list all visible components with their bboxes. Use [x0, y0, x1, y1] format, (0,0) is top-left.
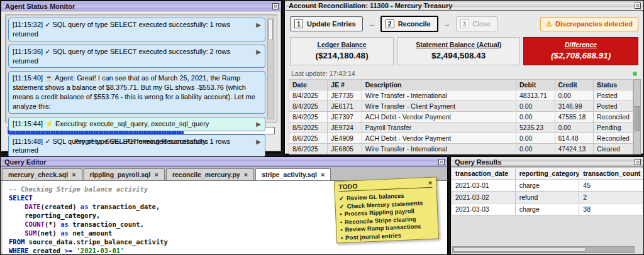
code-token: DATE — [25, 203, 40, 210]
log-entry[interactable]: [11:15:32] ✓ SQL query of type SELECT ex… — [8, 18, 265, 41]
table-cell: 8/6/2025 — [289, 144, 328, 155]
code-token: created — [29, 247, 65, 254]
tab-rippling_payroll-sql[interactable]: rippling_payroll.sql× — [84, 168, 165, 180]
table-cell: Wire Transfer - International — [362, 90, 516, 101]
query-editor-titlebar[interactable]: Query Editor — [1, 157, 447, 167]
play-icon[interactable]: ▶ — [256, 20, 261, 30]
table-cell: 0.00 — [516, 112, 555, 122]
close-icon[interactable]: × — [428, 179, 432, 187]
table-cell: 8/4/2025 — [289, 101, 328, 112]
balance-label: Statement Balance (Actual) — [400, 41, 517, 48]
balance-value: ($214,180.48) — [293, 51, 391, 60]
tab-mercury_check-sql[interactable]: mercury_check.sql× — [2, 168, 82, 180]
table-cell: 48313.71 — [516, 90, 555, 101]
scrollbar-thumb[interactable] — [269, 19, 273, 40]
play-icon[interactable]: ▶ — [256, 119, 261, 129]
table-cell: 2021-03-02 — [452, 192, 516, 203]
alert-label: Discrepancies detected — [555, 20, 633, 28]
column-header: reporting_category — [515, 168, 579, 180]
log-entry-text: [11:15:32] ✓ SQL query of type SELECT ex… — [13, 20, 256, 39]
reconciliation-titlebar[interactable]: Account Reconciliation: 11300 - Mercury … — [285, 1, 643, 11]
log-vertical-scrollbar[interactable] — [267, 18, 274, 119]
log-entry[interactable]: [11:15:40] ☕ Agent: Great! I can see tha… — [8, 71, 265, 113]
table-row[interactable]: 8/4/2025JE7735Wire Transfer - Internatio… — [289, 90, 633, 101]
tab-stripe_activity-sql[interactable]: stripe_activity.sql× — [255, 168, 331, 180]
table-cell: JE4909 — [328, 133, 362, 144]
check-mark-icon: ✓ — [339, 195, 345, 203]
code-token: FROM — [9, 238, 25, 246]
step-number: 1 — [294, 19, 303, 28]
log-entry-text: [11:15:44] ⚡ Executing: execute_sql_quer… — [13, 119, 256, 129]
code-token: as — [60, 229, 69, 237]
table-cell: charge — [515, 203, 579, 215]
balance-value: ($2,708,688.91) — [526, 51, 635, 60]
last-update-text: Last update: 17:43:14 — [291, 70, 355, 77]
code-token — [9, 203, 25, 210]
scrollbar-thumb[interactable] — [635, 106, 640, 131]
table-row[interactable]: 2021-03-01charge45 — [452, 180, 643, 192]
close-icon[interactable]: × — [154, 171, 158, 178]
play-icon[interactable]: ▶ — [256, 47, 261, 57]
tab-label: mercury_check.sql — [8, 171, 68, 178]
todo-item-label: Post journal entries — [345, 232, 401, 242]
bullet-icon: • — [340, 226, 343, 234]
journal-entries-table-wrap: DateJE #DescriptionDebitCreditStatus 8/4… — [289, 79, 641, 155]
query-results-table: transaction_datereporting_categorytransa… — [451, 167, 643, 215]
table-cell: 2021-03-03 — [452, 203, 516, 215]
step-button-update-entries[interactable]: 1Update Entries — [290, 16, 363, 31]
table-cell: Wire Transfer - International — [362, 144, 516, 155]
todo-item-list: ✓Review GL balances✓Check Mercury statem… — [339, 191, 435, 242]
query-results-titlebar[interactable]: Query Results — [451, 157, 643, 167]
table-row[interactable]: 8/4/2025JE6171Wire Transfer - Client Pay… — [289, 101, 633, 112]
agent-monitor-titlebar[interactable]: Agent Status Monitor — [1, 1, 281, 11]
tab-reconcile_mercury-py[interactable]: reconcile_mercury.py× — [166, 168, 254, 180]
step-button-reconcile[interactable]: 2Reconcile — [380, 16, 438, 32]
table-cell: 614.48 — [555, 133, 594, 144]
code-token: transaction_count, — [69, 220, 144, 228]
close-icon[interactable]: × — [244, 171, 248, 178]
table-cell: 0.00 — [516, 133, 555, 144]
table-row[interactable]: 2021-03-02refund2 — [452, 192, 643, 203]
agent-status-monitor-window: Agent Status Monitor [11:15:32] ✓ SQL qu… — [1, 1, 282, 152]
log-entry[interactable]: [11:15:44] ⚡ Executing: execute_sql_quer… — [8, 117, 265, 131]
code-token: (*) — [45, 220, 60, 228]
table-row[interactable]: 8/6/2025JE6805Wire Transfer - Internatio… — [289, 144, 633, 155]
column-header: Date — [289, 80, 328, 90]
table-cell: JE7397 — [328, 112, 362, 122]
table-cell: 2021-03-01 — [452, 180, 516, 192]
table-row[interactable]: 2021-03-03charge38 — [452, 203, 643, 215]
table-cell: JE7735 — [328, 90, 362, 101]
results-horizontal-scrollbar[interactable] — [452, 246, 635, 253]
close-icon[interactable]: × — [321, 171, 325, 178]
log-entry-text: [11:15:40] ☕ Agent: Great! I can see tha… — [13, 73, 261, 111]
collapse-box-icon[interactable] — [635, 3, 641, 9]
table-cell: 0.00 — [555, 122, 594, 133]
close-icon[interactable]: × — [72, 171, 75, 178]
step-arrow-icon: → — [443, 19, 451, 28]
collapse-box-icon[interactable] — [272, 3, 279, 9]
code-token: COUNT — [25, 220, 45, 228]
play-icon[interactable]: ▶ — [256, 137, 261, 146]
column-header: Description — [362, 80, 516, 90]
account-reconciliation-window: Account Reconciliation: 11300 - Mercury … — [284, 0, 644, 155]
todo-note-header: TODO × — [338, 179, 432, 192]
log-entry[interactable]: [11:15:36] ✓ SQL query of type SELECT ex… — [8, 45, 265, 68]
step-button-close[interactable]: 3Close — [456, 16, 497, 31]
table-cell: 8/6/2025 — [289, 133, 328, 144]
collapse-box-icon[interactable] — [635, 159, 641, 165]
code-line: WHERE created >= '2021-03-01' — [9, 246, 447, 254]
query-results-body: transaction_datereporting_categorytransa… — [451, 167, 643, 254]
table-header-row: DateJE #DescriptionDebitCreditStatus — [289, 80, 633, 90]
table-row[interactable]: 8/6/2025JE4909ACH Debit - Vendor Payment… — [289, 133, 633, 144]
code-token: -- Checking Stripe balance activity — [9, 185, 148, 193]
table-cell: 5235.23 — [516, 122, 555, 133]
table-row[interactable]: 8/4/2025JE7397ACH Debit - Vendor Payment… — [289, 112, 633, 122]
table-row[interactable]: 8/5/2025JE9724Payroll Transfer5235.230.0… — [289, 122, 633, 133]
scrollbar-thumb[interactable] — [453, 247, 586, 252]
collapse-box-icon[interactable] — [438, 159, 445, 165]
table-cell: 47424.13 — [555, 144, 594, 155]
table-vertical-scrollbar[interactable] — [633, 79, 641, 155]
code-token — [9, 220, 25, 228]
query-editor-title: Query Editor — [3, 158, 47, 166]
bullet-icon: • — [340, 219, 343, 227]
